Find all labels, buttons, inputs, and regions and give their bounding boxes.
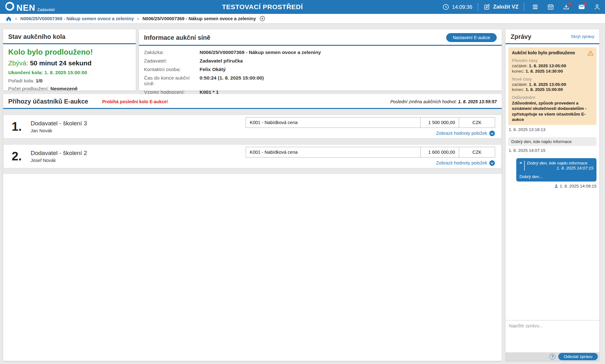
topbar-actions: 14:09:36 Založit VZ — [442, 0, 601, 14]
last-round-notice: Probíhá poslední kolo E-aukce! — [102, 99, 168, 104]
quote-bar — [524, 161, 525, 170]
start-label: začátek: — [512, 82, 528, 87]
quoted-text: Dobrý den, kde najdu informace — [527, 161, 587, 165]
bid-field: K001 - Nabídková cena 1 500 000,00 CZK — [246, 117, 495, 128]
help-icon[interactable]: ? — [549, 354, 555, 360]
end-label: konec: — [512, 87, 524, 92]
user-icon[interactable] — [593, 3, 601, 11]
sender-person-icon — [554, 184, 558, 188]
participant-identity: Dodavatel - školení 2 Josef Novák — [31, 150, 87, 163]
round-end-value: 1. 8. 2025 15:00:00 — [45, 70, 87, 75]
participant-identity: Dodavatel - školení 3 Jan Novák — [31, 120, 87, 133]
notice-timestamp: 1. 8. 2025 13:18:13 — [509, 127, 596, 132]
last-change-value: 1. 8. 2025 13:59:57 — [458, 99, 497, 104]
round-end-line: Ukončení kola: 1. 8. 2025 15:00:00 — [8, 70, 131, 75]
participant-person: Jan Novák — [31, 128, 87, 133]
hide-messages-link[interactable]: Skrýt zprávy — [571, 34, 594, 39]
show-item-values-label: Zobrazit hodnoty položek — [436, 131, 487, 136]
create-vz-button[interactable]: Založit VZ — [483, 3, 518, 11]
messages-panel-header: Zprávy Skrýt zprávy — [506, 29, 599, 44]
row-separator — [3, 168, 502, 174]
chevron-right-icon: › — [15, 16, 17, 21]
bids-panel-body: 1. Dodavatel - školení 3 Jan Novák K001 … — [3, 109, 502, 361]
info-panel-header: Informace aukční síně Nastavení E-aukce — [139, 29, 502, 46]
info-panel-title: Informace aukční síně — [144, 34, 210, 41]
home-icon[interactable] — [6, 16, 12, 22]
last-change-label: Poslední změna aukčních hodnot: — [390, 99, 457, 104]
participant-person: Josef Novák — [31, 158, 87, 163]
eauction-settings-button[interactable]: Nastavení E-aukce — [446, 33, 497, 42]
row-separator — [3, 139, 502, 144]
show-item-values-link[interactable]: Zobrazit hodnoty položek — [436, 160, 495, 166]
incoming-message-bubble: Dobrý den, kde najdu informace — [508, 137, 596, 146]
messages-footer: ? Odeslat zprávu — [506, 352, 599, 361]
warning-triangle-icon — [587, 50, 594, 56]
end-value: 1. 8. 2025 14:30:00 — [526, 69, 563, 74]
status-panel-title: Stav aukčního kola — [8, 33, 65, 40]
bid-field: K001 - Nabídková cena 1 600 000,00 CZK — [246, 147, 495, 158]
bid-value: 1 600 000,00 — [421, 147, 459, 157]
server-time-value: 14:09:36 — [452, 4, 472, 10]
outgoing-message-meta: 1. 8. 2025 14:09:15 — [508, 184, 596, 188]
round-order-value: 1/0 — [36, 78, 43, 83]
bids-panel-header: Příhozy účastníků E-aukce Probíhá posled… — [3, 94, 502, 109]
bid-currency: CZK — [459, 147, 495, 157]
top-panels-row: Stav aukčního kola Kolo bylo prodlouženo… — [3, 29, 502, 91]
notice-title: Aukční kolo bylo prodlouženo — [512, 50, 593, 55]
nen-logo[interactable]: NEN Zadavatel — [5, 2, 55, 12]
bid-criterion-label: K001 - Nabídková cena — [246, 147, 421, 157]
extensions-value: Neomezeně — [51, 86, 78, 91]
round-extended-notice: Aukční kolo bylo prodlouženo Původní čas… — [508, 47, 596, 125]
show-item-values-link[interactable]: Zobrazit hodnoty položek — [436, 130, 495, 136]
menu-icon[interactable] — [531, 3, 539, 11]
bids-empty-area — [3, 174, 502, 361]
divider — [524, 3, 524, 11]
outgoing-message-timestamp: 1. 8. 2025 14:09:15 — [560, 184, 596, 188]
time-remaining-line: Zbývá: 50 minut 24 sekund — [8, 59, 131, 67]
participant-name: Dodavatel - školení 2 — [31, 150, 87, 157]
participant-bid-area: K001 - Nabídková cena 1 600 000,00 CZK Z… — [246, 147, 495, 166]
server-time: 14:09:36 — [442, 3, 472, 11]
calendar-icon[interactable] — [547, 3, 554, 11]
clock-icon — [442, 3, 449, 11]
extensions-label: Počet prodloužení: — [8, 86, 49, 91]
auction-round-status-panel: Stav aukčního kola Kolo bylo prodlouženo… — [3, 29, 136, 91]
time-remaining-value: 50 minut 24 sekund — [30, 59, 92, 67]
end-label: konec: — [512, 69, 524, 74]
mail-icon[interactable] — [578, 3, 585, 11]
status-panel-header: Stav aukčního kola — [3, 29, 136, 44]
bid-criterion-label: K001 - Nabídková cena — [246, 117, 421, 128]
topbar-icon-cluster — [531, 3, 601, 11]
breadcrumb-item-contract[interactable]: N006/25/V00007369 - Nákup semen ovoce a … — [20, 16, 134, 21]
breadcrumb: › N006/25/V00007369 - Nákup semen ovoce … — [0, 14, 605, 23]
round-extended-message: Kolo bylo prodlouženo! — [8, 48, 131, 57]
outgoing-message-bubble: ❝ Dobrý den, kde najdu informace 1. 8. 2… — [516, 158, 596, 182]
top-bar: NEN Zadavatel TESTOVACÍ PROSTŘEDÍ 14:09:… — [0, 0, 605, 14]
downloads-icon[interactable] — [562, 3, 570, 11]
start-value: 1. 8. 2025 13:05:00 — [529, 82, 566, 87]
create-vz-label: Založit VZ — [493, 4, 518, 10]
chevron-right-icon: › — [137, 16, 139, 21]
outgoing-message-text: Dobrý den... — [519, 174, 593, 179]
quoted-timestamp: 1. 8. 2025 14:07:15 — [527, 166, 593, 170]
round-end-label: Ukončení kola: — [8, 70, 43, 75]
original-times-block: Původní časy začátek: 1. 8. 2025 13:05:0… — [512, 58, 593, 74]
logo-text: NEN — [16, 4, 35, 12]
left-column: Stav aukčního kola Kolo bylo prodlouženo… — [3, 29, 502, 361]
auction-room-info-panel: Informace aukční síně Nastavení E-aukce … — [139, 29, 502, 91]
participant-name: Dodavatel - školení 3 — [31, 120, 87, 127]
info-row-contract: Zakázka: N006/25/V00007369 - Nákup semen… — [144, 50, 497, 55]
start-label: začátek: — [512, 63, 528, 68]
breadcrumb-item-current[interactable]: N006/25/V00007369 - Nákup semen ovoce a … — [142, 16, 256, 21]
message-input[interactable] — [506, 320, 599, 352]
show-item-values-label: Zobrazit hodnoty položek — [436, 160, 487, 165]
time-remaining-label: Zbývá: — [8, 59, 28, 67]
send-message-button[interactable]: Odeslat zprávu — [558, 353, 598, 360]
edit-icon — [483, 3, 491, 11]
participant-rank: 1. — [12, 120, 31, 134]
close-tab-icon[interactable] — [260, 16, 265, 21]
round-order-label: Pořadí kola: — [8, 78, 34, 83]
message-input-area — [506, 320, 599, 352]
bid-currency: CZK — [459, 117, 495, 128]
mail-badge — [584, 2, 587, 5]
